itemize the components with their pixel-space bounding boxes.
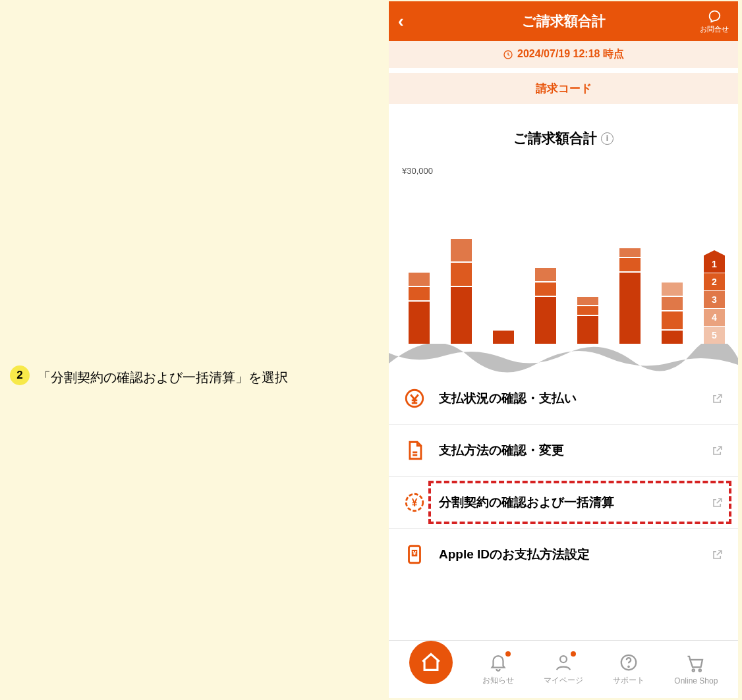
contact-button[interactable]: お問合せ — [700, 9, 729, 34]
step-number-badge: 2 — [10, 365, 30, 385]
content-area: ご請求額合計 i ¥30,000 12345 支払状況の確認・支払い支払方法の確… — [389, 104, 738, 640]
chart-bar[interactable] — [535, 267, 556, 344]
external-link-icon — [711, 444, 724, 457]
notification-dot — [571, 651, 576, 657]
nav-item[interactable]: お知らせ — [482, 653, 514, 686]
menu-list: 支払状況の確認・支払い支払方法の確認・変更¥分割契約の確認および一括清算¥App… — [389, 373, 738, 580]
chat-icon — [707, 9, 722, 23]
home-icon — [420, 651, 442, 674]
timestamp-text: 2024/07/19 12:18 時点 — [517, 47, 624, 61]
menu-item[interactable]: 支払状況の確認・支払い — [389, 373, 738, 424]
svg-point-7 — [560, 656, 567, 662]
bottom-nav: お知らせマイページサポートOnline Shop — [389, 640, 738, 698]
svg-text:¥: ¥ — [412, 497, 418, 508]
bell-icon — [488, 653, 508, 672]
external-link-icon — [711, 497, 724, 509]
payment-method-icon — [403, 439, 426, 462]
external-link-icon — [711, 392, 724, 405]
menu-item-label: 支払方法の確認・変更 — [439, 442, 698, 459]
menu-item-label: Apple IDのお支払方法設定 — [439, 546, 698, 563]
chart-bar[interactable] — [409, 271, 430, 344]
nav-home-button[interactable] — [409, 641, 453, 684]
nav-item[interactable]: サポート — [613, 653, 644, 686]
info-icon[interactable]: i — [601, 132, 614, 145]
chart-legend: 12345 — [704, 256, 725, 344]
section-title-text: ご請求額合計 — [513, 129, 597, 148]
svg-point-10 — [693, 669, 695, 671]
billing-code-bar[interactable]: 請求コード — [389, 73, 738, 104]
phone-screen: ‹ ご請求額合計 お問合せ 2024/07/19 12:18 時点 請求コード … — [389, 1, 738, 698]
nav-item[interactable]: Online Shop — [674, 654, 718, 686]
menu-item-label: 分割契約の確認および一括清算 — [439, 494, 698, 511]
apple-id-icon: ¥ — [403, 543, 426, 566]
nav-item-label: サポート — [613, 675, 644, 686]
svg-point-9 — [628, 666, 629, 668]
chart-bar[interactable] — [493, 329, 514, 344]
external-link-icon — [711, 549, 724, 561]
person-icon — [554, 653, 573, 672]
support-icon — [619, 653, 639, 672]
yen-status-icon — [403, 387, 426, 410]
menu-item-label: 支払状況の確認・支払い — [439, 390, 698, 407]
chart-y-label: ¥30,000 — [402, 166, 433, 176]
installment-icon: ¥ — [403, 491, 426, 514]
back-icon[interactable]: ‹ — [398, 11, 404, 32]
timestamp-bar: 2024/07/19 12:18 時点 — [389, 41, 738, 68]
step-instruction-text: 「分割契約の確認および一括清算」を選択 — [38, 365, 288, 389]
chart-bar[interactable] — [662, 281, 683, 344]
chart-bar[interactable] — [577, 296, 598, 344]
menu-item[interactable]: ¥Apple IDのお支払方法設定 — [389, 528, 738, 580]
instruction-step: 2 「分割契約の確認および一括清算」を選択 — [10, 365, 366, 389]
page-title: ご請求額合計 — [522, 12, 606, 30]
nav-item[interactable]: マイページ — [544, 653, 583, 686]
nav-item-label: お知らせ — [482, 675, 514, 686]
cart-icon — [686, 654, 706, 674]
torn-edge-decoration — [389, 344, 738, 373]
contact-label: お問合せ — [700, 24, 729, 34]
app-header: ‹ ご請求額合計 お問合せ — [389, 1, 738, 41]
nav-item-label: マイページ — [544, 675, 583, 686]
menu-item[interactable]: 支払方法の確認・変更 — [389, 424, 738, 476]
svg-point-11 — [699, 669, 701, 671]
clock-icon — [503, 49, 513, 60]
chart-bar[interactable] — [619, 247, 641, 344]
svg-text:¥: ¥ — [413, 549, 416, 556]
billing-chart: ¥30,000 12345 — [389, 166, 738, 344]
nav-item-label: Online Shop — [674, 676, 718, 686]
chart-bar[interactable] — [451, 238, 472, 344]
menu-item[interactable]: ¥分割契約の確認および一括清算 — [389, 476, 738, 528]
notification-dot — [505, 651, 511, 657]
section-title: ご請求額合計 i — [389, 104, 738, 166]
